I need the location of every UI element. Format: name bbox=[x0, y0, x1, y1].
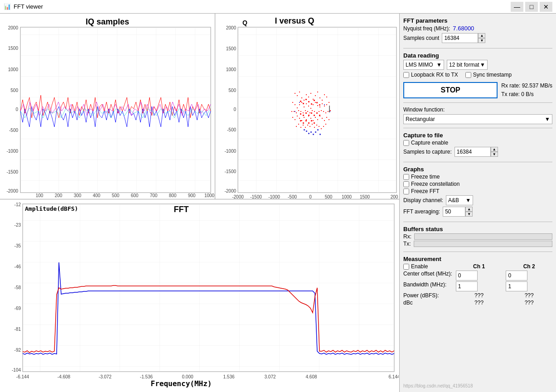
svg-text:0: 0 bbox=[309, 194, 312, 199]
svg-rect-97 bbox=[299, 118, 300, 119]
minimize-button[interactable]: — bbox=[511, 2, 523, 12]
buffers-section: Buffers status Rx: Tx: bbox=[403, 226, 552, 248]
svg-text:-23: -23 bbox=[15, 223, 21, 227]
iq-chart-svg: 2000 1500 1000 500 0 -500 -1000 -1500 -2… bbox=[0, 14, 215, 199]
fft-avg-spin-up-btn[interactable]: ▲ bbox=[465, 207, 473, 212]
svg-rect-148 bbox=[313, 134, 314, 135]
svg-text:-92: -92 bbox=[15, 348, 21, 353]
bit-format-arrow: ▼ bbox=[480, 62, 485, 68]
title-bar-left: 📊 FFT viewer bbox=[4, 3, 43, 10]
svg-rect-62 bbox=[299, 104, 300, 105]
measurement-enable-checkbox[interactable] bbox=[403, 264, 409, 270]
svg-rect-61 bbox=[297, 107, 298, 108]
rx-rate: Rx rate: 92.537 MB/s bbox=[501, 82, 552, 90]
bit-format-dropdown[interactable]: 12 bit format ▼ bbox=[447, 60, 488, 70]
svg-rect-55 bbox=[319, 97, 320, 98]
svg-rect-51 bbox=[310, 93, 311, 94]
svg-text:0: 0 bbox=[15, 107, 18, 112]
svg-rect-119 bbox=[314, 127, 315, 128]
svg-rect-52 bbox=[313, 99, 314, 100]
svg-rect-133 bbox=[300, 113, 301, 115]
samples-count-label: Samples count bbox=[403, 35, 439, 41]
loopback-checkbox[interactable] bbox=[403, 72, 409, 78]
spin-btns: ▲ ▼ bbox=[478, 33, 485, 43]
fft-avg-spin-down-btn[interactable]: ▼ bbox=[465, 212, 473, 217]
ivq-svg: Q I versus Q 2000 1500 1000 500 0 -500 -… bbox=[215, 14, 399, 199]
svg-text:200: 200 bbox=[55, 193, 63, 198]
fft-avg-input[interactable] bbox=[443, 207, 465, 217]
spin-up-btn[interactable]: ▲ bbox=[478, 33, 485, 38]
svg-text:-500: -500 bbox=[288, 194, 297, 199]
svg-rect-136 bbox=[308, 115, 309, 116]
svg-text:0: 0 bbox=[233, 107, 236, 112]
svg-rect-82 bbox=[305, 110, 306, 111]
samples-count-spinner[interactable]: ▲ ▼ bbox=[442, 33, 485, 43]
stop-button[interactable]: STOP bbox=[403, 82, 498, 98]
svg-rect-130 bbox=[314, 100, 315, 101]
svg-text:-1000: -1000 bbox=[224, 149, 236, 154]
svg-rect-63 bbox=[301, 102, 302, 103]
svg-text:600: 600 bbox=[131, 193, 139, 198]
display-channel-dropdown[interactable]: A&B ▼ bbox=[446, 195, 473, 205]
center-offset-ch2-input[interactable] bbox=[506, 271, 527, 281]
svg-rect-128 bbox=[308, 101, 309, 102]
watermark: https://blog.csdn.net/qq_41956518 bbox=[403, 383, 552, 388]
window-fn-dropdown[interactable]: Rectangular ▼ bbox=[403, 114, 552, 124]
close-button[interactable]: ✕ bbox=[540, 2, 552, 12]
bandwidth-ch2-input[interactable] bbox=[506, 281, 527, 291]
lms-mimo-dropdown[interactable]: LMS MIMO ▼ bbox=[403, 60, 444, 70]
capture-enable-checkbox[interactable] bbox=[403, 140, 409, 146]
window-fn-arrow: ▼ bbox=[545, 116, 550, 122]
stop-rate-row: STOP Rx rate: 92.537 MB/s Tx rate: 0 B/s bbox=[403, 82, 552, 99]
spin-down-btn[interactable]: ▼ bbox=[478, 38, 485, 43]
svg-text:100: 100 bbox=[36, 193, 44, 198]
svg-rect-155 bbox=[299, 102, 300, 103]
svg-rect-70 bbox=[317, 105, 318, 106]
svg-rect-140 bbox=[319, 115, 320, 116]
svg-text:Frequency(MHz): Frequency(MHz) bbox=[151, 379, 212, 387]
nyquist-value: 7.68000 bbox=[453, 25, 474, 32]
svg-rect-59 bbox=[292, 102, 293, 103]
freeze-fft-checkbox[interactable] bbox=[403, 189, 409, 194]
svg-rect-85 bbox=[312, 110, 313, 111]
freeze-constellation-checkbox[interactable] bbox=[403, 181, 409, 187]
dbc-ch2-value: ??? bbox=[506, 300, 552, 306]
capture-spin-up-btn[interactable]: ▲ bbox=[491, 147, 498, 152]
data-reading-controls: LMS MIMO ▼ 12 bit format ▼ bbox=[403, 60, 552, 70]
svg-rect-50 bbox=[308, 97, 309, 97]
samples-capture-spinner[interactable]: ▲ ▼ bbox=[454, 147, 498, 157]
tx-buffer-row: Tx: bbox=[403, 241, 552, 247]
window-fn-label: Window function: bbox=[403, 106, 445, 113]
samples-capture-input[interactable] bbox=[454, 147, 491, 157]
power-label: Power (dBFS): bbox=[403, 292, 452, 299]
svg-rect-53 bbox=[315, 95, 316, 96]
maximize-button[interactable]: □ bbox=[525, 2, 538, 12]
svg-rect-145 bbox=[311, 120, 312, 121]
svg-rect-150 bbox=[308, 133, 309, 134]
app-title: FFT viewer bbox=[14, 3, 43, 10]
svg-rect-105 bbox=[317, 119, 318, 120]
capture-spin-down-btn[interactable]: ▼ bbox=[491, 152, 498, 157]
svg-text:-3.072: -3.072 bbox=[99, 374, 112, 379]
sync-checkbox[interactable] bbox=[465, 72, 471, 78]
display-channel-row: Display channel: A&B ▼ bbox=[403, 195, 552, 205]
svg-rect-65 bbox=[306, 103, 307, 104]
bandwidth-ch1-input[interactable] bbox=[456, 281, 478, 291]
svg-rect-139 bbox=[316, 112, 318, 114]
loopback-label: Loopback RX to TX bbox=[411, 72, 458, 78]
power-ch2-value: ??? bbox=[506, 292, 552, 299]
fft-avg-spinner[interactable]: ▲ ▼ bbox=[443, 207, 473, 217]
center-offset-ch1-input[interactable] bbox=[456, 271, 478, 281]
svg-rect-115 bbox=[305, 127, 306, 128]
svg-text:500: 500 bbox=[228, 88, 236, 93]
svg-text:|: | bbox=[329, 105, 330, 112]
dbc-ch1-value: ??? bbox=[456, 300, 503, 306]
samples-count-input[interactable] bbox=[442, 33, 478, 43]
svg-rect-95 bbox=[295, 119, 295, 120]
svg-rect-112 bbox=[298, 124, 299, 125]
svg-rect-90 bbox=[323, 111, 324, 112]
svg-rect-104 bbox=[315, 117, 316, 118]
freeze-time-checkbox[interactable] bbox=[403, 174, 409, 180]
svg-rect-120 bbox=[316, 125, 317, 126]
svg-rect-143 bbox=[305, 120, 307, 121]
